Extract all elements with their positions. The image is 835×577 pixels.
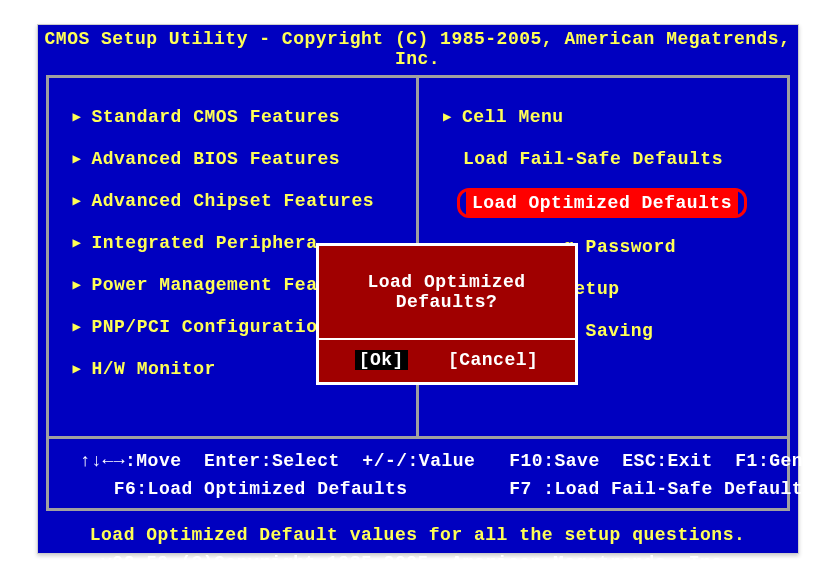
footer: Load Optimized Default values for all th… (38, 521, 798, 577)
help-line-2: F6:Load Optimized Defaults F7 :Load Fail… (69, 479, 815, 499)
highlight-box: Load Optimized Defaults (457, 188, 747, 218)
menu-label: Advanced Chipset Features (91, 191, 374, 211)
menu-label: H/W Monitor (91, 359, 215, 379)
triangle-icon: ▶ (443, 108, 452, 125)
bios-screen: CMOS Setup Utility - Copyright (C) 1985-… (37, 24, 799, 554)
title-bar: CMOS Setup Utility - Copyright (C) 1985-… (38, 25, 798, 75)
menu-label-selected: Load Optimized Defaults (466, 191, 738, 215)
triangle-icon: ▶ (73, 108, 82, 125)
menu-advanced-chipset[interactable]: ▶Advanced Chipset Features (73, 180, 407, 222)
triangle-icon: ▶ (73, 360, 82, 377)
menu-cell[interactable]: ▶Cell Menu (443, 96, 777, 138)
menu-label: Load Fail-Safe Defaults (463, 149, 723, 169)
menu-label: Power Management Fea (91, 275, 317, 295)
menu-label: Advanced BIOS Features (91, 149, 340, 169)
menu-load-failsafe[interactable]: Load Fail-Safe Defaults (443, 138, 777, 180)
triangle-icon: ▶ (73, 276, 82, 293)
dialog-buttons: [Ok] [Cancel] (319, 340, 575, 382)
cancel-button[interactable]: [Cancel] (448, 350, 538, 370)
menu-load-optimized[interactable]: Load Optimized Defaults (437, 180, 777, 226)
menu-label: Cell Menu (462, 107, 564, 127)
triangle-icon: ▶ (73, 150, 82, 167)
footer-description: Load Optimized Default values for all th… (38, 521, 798, 549)
ok-button[interactable]: [Ok] (355, 350, 408, 370)
menu-label: g Password (563, 237, 676, 257)
menu-label: Standard CMOS Features (91, 107, 340, 127)
menu-label: Integrated Periphera (91, 233, 317, 253)
dialog-message: Load Optimized Defaults? (319, 246, 575, 338)
help-bar: ↑↓←→:Move Enter:Select +/-/:Value F10:Sa… (49, 439, 787, 509)
footer-version: v02.59 (C)Copyright 1985-2005, American … (38, 549, 798, 577)
confirm-dialog: Load Optimized Defaults? [Ok] [Cancel] (316, 243, 578, 385)
menu-label: PNP/PCI Configuratio (91, 317, 317, 337)
triangle-icon: ▶ (73, 318, 82, 335)
triangle-icon: ▶ (73, 192, 82, 209)
menu-advanced-bios[interactable]: ▶Advanced BIOS Features (73, 138, 407, 180)
menu-standard-cmos[interactable]: ▶Standard CMOS Features (73, 96, 407, 138)
help-line-1: ↑↓←→:Move Enter:Select +/-/:Value F10:Sa… (69, 451, 836, 471)
triangle-icon: ▶ (73, 234, 82, 251)
